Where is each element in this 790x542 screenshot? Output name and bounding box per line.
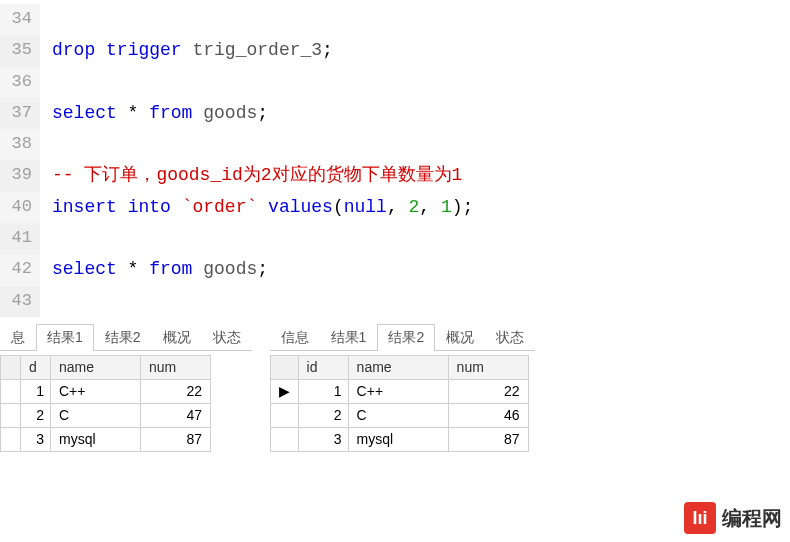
line-number: 34	[0, 4, 40, 35]
tab-信息[interactable]: 信息	[270, 324, 320, 351]
code-content[interactable]: select * from goods;	[40, 98, 268, 130]
table-row[interactable]: 2C47	[1, 403, 211, 427]
table-header: dnamenum	[1, 355, 211, 379]
cell-name[interactable]: C++	[348, 379, 448, 403]
cell-num[interactable]: 47	[141, 403, 211, 427]
table-row[interactable]: 2C46	[270, 403, 528, 427]
code-content[interactable]	[40, 129, 52, 160]
code-content[interactable]	[40, 286, 52, 317]
watermark: lıi 编程网	[684, 502, 782, 534]
cell-num[interactable]: 87	[141, 427, 211, 451]
code-line[interactable]: 39-- 下订单，goods_id为2对应的货物下单数量为1	[0, 160, 790, 192]
line-number: 38	[0, 129, 40, 160]
row-marker-icon	[270, 427, 298, 451]
sql-editor[interactable]: 3435drop trigger trig_order_3;3637select…	[0, 0, 790, 317]
line-number: 35	[0, 35, 40, 67]
cell-id[interactable]: 3	[298, 427, 348, 451]
table-row[interactable]: ▶1C++22	[270, 379, 528, 403]
cell-id[interactable]: 1	[298, 379, 348, 403]
column-header[interactable]: num	[141, 355, 211, 379]
cell-name[interactable]: C++	[51, 379, 141, 403]
tabs-right: 信息结果1结果2概况状态	[270, 325, 536, 351]
cell-id[interactable]: 3	[21, 427, 51, 451]
code-line[interactable]: 34	[0, 4, 790, 35]
tab-结果2[interactable]: 结果2	[377, 324, 435, 351]
tab-息[interactable]: 息	[0, 324, 36, 351]
result-grid-1[interactable]: dnamenum1C++222C473mysql87	[0, 355, 211, 452]
tab-结果2[interactable]: 结果2	[94, 324, 152, 351]
row-marker-icon	[270, 403, 298, 427]
column-header[interactable]: name	[348, 355, 448, 379]
row-marker-icon	[1, 403, 21, 427]
result-panels: 息结果1结果2概况状态 dnamenum1C++222C473mysql87 信…	[0, 325, 790, 452]
column-header[interactable]	[270, 355, 298, 379]
tab-概况[interactable]: 概况	[152, 324, 202, 351]
result-panel-right: 信息结果1结果2概况状态 idnamenum▶1C++222C463mysql8…	[270, 325, 536, 452]
cell-name[interactable]: C	[348, 403, 448, 427]
code-line[interactable]: 41	[0, 223, 790, 254]
row-marker-icon: ▶	[270, 379, 298, 403]
line-number: 37	[0, 98, 40, 130]
line-number: 43	[0, 286, 40, 317]
code-content[interactable]: drop trigger trig_order_3;	[40, 35, 333, 67]
cell-num[interactable]: 46	[448, 403, 528, 427]
code-line[interactable]: 42select * from goods;	[0, 254, 790, 286]
code-line[interactable]: 38	[0, 129, 790, 160]
code-line[interactable]: 37select * from goods;	[0, 98, 790, 130]
watermark-text: 编程网	[722, 505, 782, 532]
tab-状态[interactable]: 状态	[202, 324, 252, 351]
code-line[interactable]: 35drop trigger trig_order_3;	[0, 35, 790, 67]
code-line[interactable]: 43	[0, 286, 790, 317]
table-row[interactable]: 3mysql87	[1, 427, 211, 451]
code-line[interactable]: 36	[0, 67, 790, 98]
column-header[interactable]: num	[448, 355, 528, 379]
code-content[interactable]: insert into `order` values(null, 2, 1);	[40, 192, 473, 224]
result-grid-2[interactable]: idnamenum▶1C++222C463mysql87	[270, 355, 529, 452]
tab-结果1[interactable]: 结果1	[36, 324, 94, 351]
code-line[interactable]: 40insert into `order` values(null, 2, 1)…	[0, 192, 790, 224]
result-panel-left: 息结果1结果2概况状态 dnamenum1C++222C473mysql87	[0, 325, 252, 452]
cell-id[interactable]: 1	[21, 379, 51, 403]
cell-num[interactable]: 22	[448, 379, 528, 403]
column-header[interactable]: d	[21, 355, 51, 379]
code-content[interactable]: select * from goods;	[40, 254, 268, 286]
column-header[interactable]	[1, 355, 21, 379]
code-content[interactable]	[40, 4, 52, 35]
column-header[interactable]: id	[298, 355, 348, 379]
line-number: 36	[0, 67, 40, 98]
tab-结果1[interactable]: 结果1	[320, 324, 378, 351]
table-row[interactable]: 3mysql87	[270, 427, 528, 451]
line-number: 42	[0, 254, 40, 286]
tab-概况[interactable]: 概况	[435, 324, 485, 351]
code-content[interactable]	[40, 67, 52, 98]
cell-num[interactable]: 87	[448, 427, 528, 451]
cell-name[interactable]: mysql	[348, 427, 448, 451]
column-header[interactable]: name	[51, 355, 141, 379]
watermark-logo-icon: lıi	[684, 502, 716, 534]
code-content[interactable]	[40, 223, 52, 254]
table-row[interactable]: 1C++22	[1, 379, 211, 403]
line-number: 39	[0, 160, 40, 192]
cell-id[interactable]: 2	[298, 403, 348, 427]
cell-name[interactable]: C	[51, 403, 141, 427]
row-marker-icon	[1, 427, 21, 451]
line-number: 41	[0, 223, 40, 254]
row-marker-icon	[1, 379, 21, 403]
table-header: idnamenum	[270, 355, 528, 379]
cell-name[interactable]: mysql	[51, 427, 141, 451]
tabs-left: 息结果1结果2概况状态	[0, 325, 252, 351]
cell-num[interactable]: 22	[141, 379, 211, 403]
cell-id[interactable]: 2	[21, 403, 51, 427]
tab-状态[interactable]: 状态	[485, 324, 535, 351]
line-number: 40	[0, 192, 40, 224]
code-content[interactable]: -- 下订单，goods_id为2对应的货物下单数量为1	[40, 160, 462, 192]
